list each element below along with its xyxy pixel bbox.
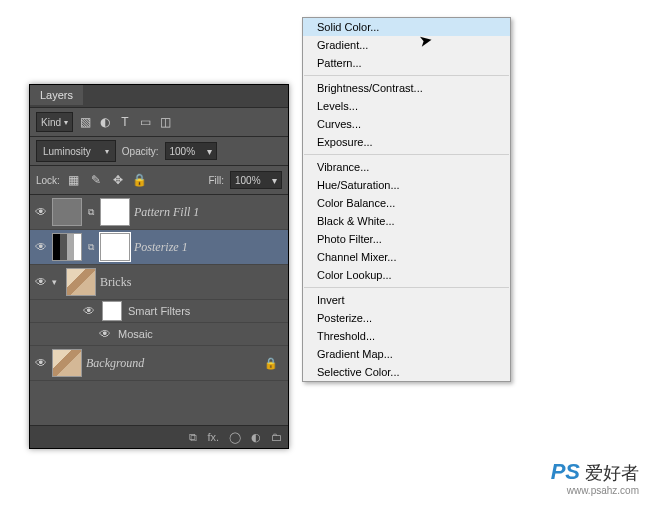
menu-item-photo-filter[interactable]: Photo Filter... [303,230,510,248]
chevron-down-icon: ▾ [64,118,68,127]
watermark-text: 爱好者 [580,463,639,483]
menu-separator [304,287,509,288]
fill-input[interactable]: 100% ▾ [230,171,282,189]
lock-bar: Lock: ▦ ✎ ✥ 🔒 Fill: 100% ▾ [30,166,288,195]
layer-thumb[interactable] [52,349,82,377]
menu-item-selective-color[interactable]: Selective Color... [303,363,510,381]
layers-panel: Layers Kind ▾ ▧ ◐ T ▭ ◫ Luminosity ▾ Opa… [29,84,289,449]
smart-filters-label: Smart Filters [128,305,190,317]
panel-footer: ⧉ fx. ◯ ◐ 🗀 [30,425,288,448]
opacity-label: Opacity: [122,146,159,157]
menu-item-brightness-contrast[interactable]: Brightness/Contrast... [303,79,510,97]
lock-position-icon[interactable]: ✥ [110,172,126,188]
menu-item-invert[interactable]: Invert [303,291,510,309]
visibility-icon[interactable]: 👁 [34,356,48,370]
filter-row-mosaic[interactable]: 👁 Mosaic [30,323,288,346]
layer-mask-thumb[interactable] [100,198,130,226]
chevron-down-icon: ▾ [272,175,277,186]
menu-item-pattern[interactable]: Pattern... [303,54,510,72]
lock-label: Lock: [36,175,60,186]
visibility-icon[interactable]: 👁 [98,327,112,341]
menu-item-hue-saturation[interactable]: Hue/Saturation... [303,176,510,194]
watermark: PS 爱好者 www.psahz.com [551,459,639,496]
fill-value: 100% [235,175,261,186]
lock-icon: 🔒 [264,357,278,370]
link-icon[interactable]: ⧉ [86,207,96,218]
opacity-input[interactable]: 100% ▾ [165,142,217,160]
layer-row-background[interactable]: 👁 Background 🔒 [30,346,288,381]
layer-mask-thumb[interactable] [100,233,130,261]
layer-name[interactable]: Background [86,356,144,371]
layer-thumb[interactable] [66,268,96,296]
menu-item-color-balance[interactable]: Color Balance... [303,194,510,212]
opacity-value: 100% [170,146,196,157]
fill-label: Fill: [208,175,224,186]
type-layer-filter-icon[interactable]: T [117,114,133,130]
menu-separator [304,154,509,155]
layer-thumb[interactable] [52,198,82,226]
menu-item-gradient[interactable]: Gradient... [303,36,510,54]
smartobject-filter-icon[interactable]: ◫ [157,114,173,130]
link-layers-icon[interactable]: ⧉ [189,431,197,444]
pixel-layer-filter-icon[interactable]: ▧ [77,114,93,130]
blend-mode-select[interactable]: Luminosity ▾ [36,140,116,162]
panel-tabs: Layers [30,85,288,108]
menu-item-posterize[interactable]: Posterize... [303,309,510,327]
smart-filters-row[interactable]: 👁 Smart Filters [30,300,288,323]
filter-name: Mosaic [118,328,153,340]
menu-item-exposure[interactable]: Exposure... [303,133,510,151]
layer-name[interactable]: Posterize 1 [134,240,188,255]
layer-row-posterize[interactable]: 👁 ⧉ Posterize 1 [30,230,288,265]
blend-bar: Luminosity ▾ Opacity: 100% ▾ [30,137,288,166]
menu-item-channel-mixer[interactable]: Channel Mixer... [303,248,510,266]
menu-item-color-lookup[interactable]: Color Lookup... [303,266,510,284]
link-icon[interactable]: ⧉ [86,242,96,253]
menu-item-black-white[interactable]: Black & White... [303,212,510,230]
menu-item-curves[interactable]: Curves... [303,115,510,133]
filter-kind-select[interactable]: Kind ▾ [36,112,73,132]
filter-kind-label: Kind [41,117,61,128]
layer-thumb[interactable] [52,233,82,261]
visibility-icon[interactable]: 👁 [34,205,48,219]
chevron-down-icon: ▾ [207,146,212,157]
visibility-icon[interactable]: 👁 [82,304,96,318]
tab-layers[interactable]: Layers [30,85,83,105]
blend-mode-value: Luminosity [43,146,91,157]
expand-icon[interactable]: ▾ [52,277,62,287]
fill-adjustment-menu: Solid Color... Gradient... Pattern... Br… [302,17,511,382]
layer-list: 👁 ⧉ Pattern Fill 1 👁 ⧉ Posterize 1 👁 ▾ B… [30,195,288,381]
new-group-icon[interactable]: 🗀 [271,431,282,443]
watermark-brand: PS [551,459,580,484]
lock-transparency-icon[interactable]: ▦ [66,172,82,188]
layer-row-pattern-fill[interactable]: 👁 ⧉ Pattern Fill 1 [30,195,288,230]
layer-row-bricks[interactable]: 👁 ▾ Bricks [30,265,288,300]
menu-item-levels[interactable]: Levels... [303,97,510,115]
menu-item-vibrance[interactable]: Vibrance... [303,158,510,176]
layer-style-icon[interactable]: fx. [207,431,219,443]
menu-item-gradient-map[interactable]: Gradient Map... [303,345,510,363]
visibility-icon[interactable]: 👁 [34,240,48,254]
layer-name[interactable]: Pattern Fill 1 [134,205,199,220]
lock-pixels-icon[interactable]: ✎ [88,172,104,188]
watermark-url: www.psahz.com [551,485,639,496]
shape-layer-filter-icon[interactable]: ▭ [137,114,153,130]
filter-bar: Kind ▾ ▧ ◐ T ▭ ◫ [30,108,288,137]
add-mask-icon[interactable]: ◯ [229,431,241,444]
adjustment-layer-icon[interactable]: ◐ [251,431,261,444]
visibility-icon[interactable]: 👁 [34,275,48,289]
menu-item-threshold[interactable]: Threshold... [303,327,510,345]
lock-all-icon[interactable]: 🔒 [132,172,148,188]
chevron-down-icon: ▾ [105,147,109,156]
filter-mask-thumb[interactable] [102,301,122,321]
layer-name[interactable]: Bricks [100,275,131,290]
menu-separator [304,75,509,76]
adjustment-layer-filter-icon[interactable]: ◐ [97,114,113,130]
menu-item-solid-color[interactable]: Solid Color... [303,18,510,36]
